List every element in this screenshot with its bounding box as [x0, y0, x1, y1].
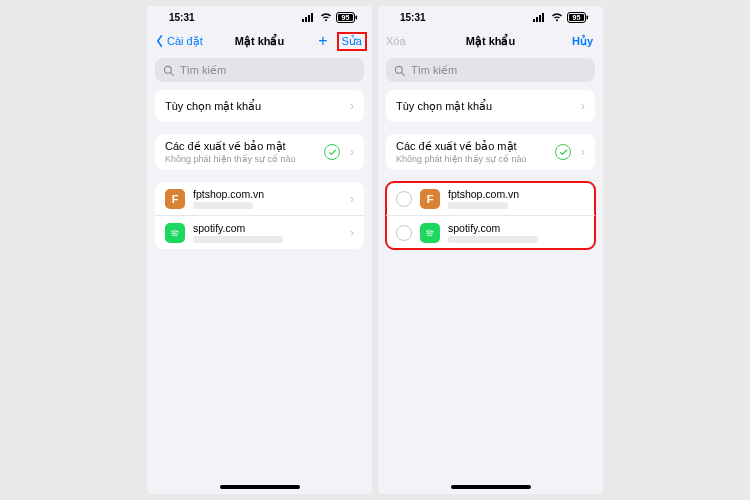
section-security: Các đề xuất về bảo mật Không phát hiện t…	[386, 134, 595, 170]
chevron-right-icon: ›	[350, 192, 354, 206]
home-indicator[interactable]	[451, 485, 531, 489]
password-options-row[interactable]: Tùy chọn mật khẩu ›	[155, 90, 364, 122]
account-row[interactable]: F fptshop.com.vn ›	[155, 182, 364, 215]
search-icon	[394, 65, 405, 76]
svg-rect-1	[305, 17, 307, 22]
row-label: Các đề xuất về bảo mật	[165, 140, 324, 153]
search-input[interactable]: Tìm kiếm	[155, 58, 364, 82]
svg-rect-14	[542, 13, 544, 22]
svg-rect-13	[539, 15, 541, 22]
chevron-left-icon	[155, 35, 165, 47]
section-options: Tùy chọn mật khẩu ›	[386, 90, 595, 122]
redacted-username	[193, 236, 283, 243]
row-label: Tùy chọn mật khẩu	[396, 100, 575, 113]
section-security: Các đề xuất về bảo mật Không phát hiện t…	[155, 134, 364, 170]
redacted-username	[448, 202, 508, 209]
cellular-icon	[533, 13, 547, 22]
delete-label: Xóa	[386, 35, 406, 47]
chevron-right-icon: ›	[350, 226, 354, 240]
security-suggestions-row[interactable]: Các đề xuất về bảo mật Không phát hiện t…	[386, 134, 595, 170]
svg-rect-3	[311, 13, 313, 22]
site-icon: F	[165, 189, 185, 209]
checkmark-badge-icon	[555, 144, 571, 160]
redacted-username	[448, 236, 538, 243]
wifi-icon	[320, 13, 332, 22]
spotify-icon	[420, 223, 440, 243]
account-domain: fptshop.com.vn	[448, 188, 585, 200]
home-indicator[interactable]	[220, 485, 300, 489]
site-icon: F	[420, 189, 440, 209]
select-circle-icon[interactable]	[396, 191, 412, 207]
status-bar: 15:31 95	[147, 6, 372, 28]
account-domain: spotify.com	[448, 222, 585, 234]
svg-rect-12	[536, 17, 538, 22]
section-accounts: F fptshop.com.vn › spotify.com ›	[155, 182, 364, 249]
svg-text:95: 95	[342, 14, 350, 21]
row-label: Các đề xuất về bảo mật	[396, 140, 555, 153]
svg-rect-2	[308, 15, 310, 22]
phone-right: 15:31 95 Xóa Mật khẩu Hủy	[378, 6, 603, 494]
row-sublabel: Không phát hiện thấy sự cố nào	[396, 154, 555, 164]
account-row-selectable[interactable]: F fptshop.com.vn	[386, 182, 595, 215]
password-options-row[interactable]: Tùy chọn mật khẩu ›	[386, 90, 595, 122]
cellular-icon	[302, 13, 316, 22]
back-button[interactable]: Cài đặt	[155, 35, 203, 48]
battery-icon: 95	[567, 12, 589, 23]
account-row[interactable]: spotify.com ›	[155, 215, 364, 249]
search-placeholder: Tìm kiếm	[411, 64, 457, 77]
back-label: Cài đặt	[167, 35, 203, 48]
status-time: 15:31	[400, 12, 426, 23]
search-icon	[163, 65, 174, 76]
cancel-button[interactable]: Hủy	[568, 33, 597, 50]
checkmark-badge-icon	[324, 144, 340, 160]
svg-rect-6	[356, 15, 358, 19]
search-input[interactable]: Tìm kiếm	[386, 58, 595, 82]
row-label: Tùy chọn mật khẩu	[165, 100, 344, 113]
svg-rect-17	[587, 15, 589, 19]
chevron-right-icon: ›	[350, 145, 354, 159]
select-circle-icon[interactable]	[396, 225, 412, 241]
svg-line-20	[402, 72, 405, 75]
row-sublabel: Không phát hiện thấy sự cố nào	[165, 154, 324, 164]
svg-text:95: 95	[573, 14, 581, 21]
battery-icon: 95	[336, 12, 358, 23]
section-options: Tùy chọn mật khẩu ›	[155, 90, 364, 122]
account-row-selectable[interactable]: spotify.com	[386, 215, 595, 249]
section-accounts-editing: F fptshop.com.vn spotify.com	[386, 182, 595, 249]
wifi-icon	[551, 13, 563, 22]
edit-button[interactable]: Sửa	[338, 33, 366, 50]
status-time: 15:31	[169, 12, 195, 23]
add-button[interactable]: +	[314, 31, 331, 51]
chevron-right-icon: ›	[581, 145, 585, 159]
nav-bar: Xóa Mật khẩu Hủy	[378, 28, 603, 54]
phone-left: 15:31 95 Cài đặt Mật khẩu	[147, 6, 372, 494]
spotify-icon	[165, 223, 185, 243]
chevron-right-icon: ›	[350, 99, 354, 113]
svg-line-9	[171, 72, 174, 75]
account-domain: fptshop.com.vn	[193, 188, 344, 200]
svg-rect-0	[302, 19, 304, 22]
search-placeholder: Tìm kiếm	[180, 64, 226, 77]
status-bar: 15:31 95	[378, 6, 603, 28]
security-suggestions-row[interactable]: Các đề xuất về bảo mật Không phát hiện t…	[155, 134, 364, 170]
svg-rect-11	[533, 19, 535, 22]
delete-button: Xóa	[386, 35, 406, 47]
redacted-username	[193, 202, 253, 209]
chevron-right-icon: ›	[581, 99, 585, 113]
nav-bar: Cài đặt Mật khẩu + Sửa	[147, 28, 372, 54]
account-domain: spotify.com	[193, 222, 344, 234]
